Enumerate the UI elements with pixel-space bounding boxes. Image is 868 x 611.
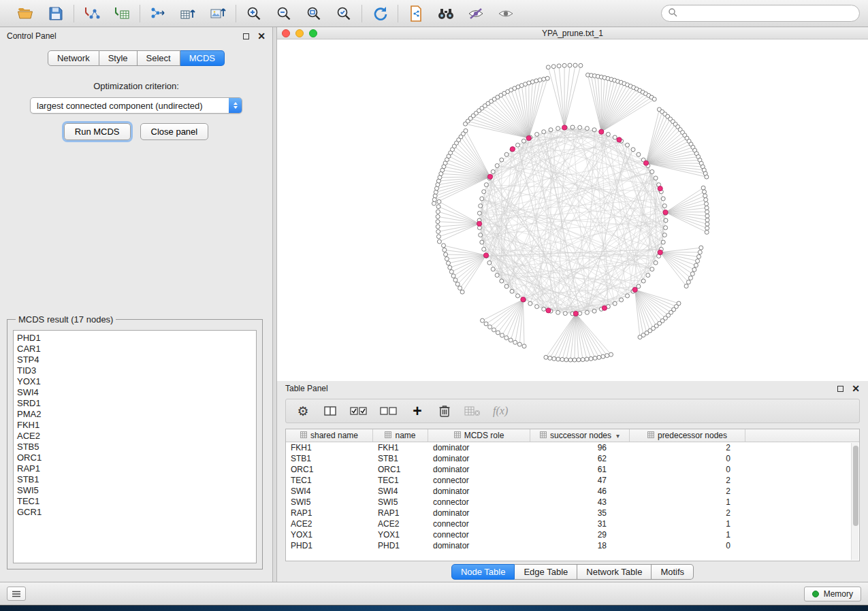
table-row[interactable]: STB1STB1dominator620	[286, 453, 859, 464]
mcds-result-item[interactable]: PHD1	[17, 333, 253, 344]
table-settings-icon[interactable]: ⚙	[295, 401, 310, 420]
zoom-out-icon[interactable]	[273, 3, 295, 24]
window-close-icon[interactable]	[282, 29, 290, 37]
table-cell[interactable]: dominator	[428, 465, 530, 474]
network-canvas[interactable]	[277, 39, 868, 381]
table-cell[interactable]: STB1	[286, 454, 373, 463]
table-cell[interactable]: RAP1	[286, 508, 373, 518]
export-network-icon[interactable]	[147, 3, 169, 24]
memory-button[interactable]: Memory	[804, 587, 861, 601]
add-row-icon[interactable]: +	[410, 401, 425, 420]
table-cell[interactable]: dominator	[428, 443, 530, 452]
table-cell[interactable]: 43	[530, 497, 630, 507]
close-panel-icon[interactable]: ✕	[257, 33, 266, 39]
zoom-in-icon[interactable]	[243, 3, 265, 24]
filter-nodes-icon[interactable]	[465, 3, 487, 24]
table-row[interactable]: TEC1TEC1connector472	[286, 475, 859, 486]
save-icon[interactable]	[45, 3, 67, 24]
deselect-all-icon[interactable]	[380, 401, 398, 420]
column-header-predecessor-nodes[interactable]: predecessor nodes	[630, 429, 745, 442]
sort-icon[interactable]	[300, 431, 307, 440]
table-cell[interactable]: PHD1	[373, 541, 428, 550]
table-cell[interactable]: 18	[530, 541, 630, 550]
column-header-mcds-role[interactable]: MCDS role	[428, 429, 530, 442]
table-cell[interactable]: 0	[630, 454, 745, 463]
mcds-result-item[interactable]: RAP1	[17, 463, 253, 474]
table-cell[interactable]: SWI5	[286, 497, 373, 507]
column-header-name[interactable]: name	[373, 429, 428, 442]
table-float-icon[interactable]	[837, 386, 843, 392]
mcds-result-item[interactable]: CAR1	[17, 344, 253, 354]
window-maximize-icon[interactable]	[309, 29, 317, 37]
table-cell[interactable]: dominator	[428, 486, 530, 496]
column-header-shared-name[interactable]: shared name	[286, 429, 373, 442]
table-cell[interactable]: 96	[530, 443, 630, 452]
mcds-result-item[interactable]: STP4	[17, 354, 253, 365]
search-network-icon[interactable]	[435, 3, 457, 24]
table-row[interactable]: PHD1PHD1dominator180	[286, 540, 859, 551]
dropdown-stepper-icon[interactable]	[229, 98, 242, 113]
table-cell[interactable]: 62	[530, 454, 630, 463]
sort-icon[interactable]	[647, 431, 654, 440]
mcds-result-item[interactable]: SWI5	[17, 485, 253, 496]
tab-network-table[interactable]: Network Table	[577, 564, 652, 580]
table-cell[interactable]: connector	[428, 530, 530, 540]
table-cell[interactable]: TEC1	[286, 476, 373, 485]
table-cell[interactable]: RAP1	[373, 508, 428, 518]
window-minimize-icon[interactable]	[295, 29, 304, 37]
table-cell[interactable]: 0	[630, 541, 745, 550]
table-cell[interactable]: dominator	[428, 508, 530, 518]
table-cell[interactable]: dominator	[428, 541, 530, 550]
table-cell[interactable]: ORC1	[286, 465, 373, 474]
table-cell[interactable]: 2	[630, 476, 745, 485]
table-cell[interactable]: TEC1	[373, 476, 428, 485]
zoom-selected-icon[interactable]	[333, 3, 355, 24]
table-row[interactable]: ACE2ACE2connector311	[286, 518, 859, 529]
split-panel-icon[interactable]	[323, 401, 338, 420]
mcds-result-item[interactable]: ACE2	[17, 431, 253, 442]
table-cell[interactable]: 1	[630, 497, 745, 507]
export-image-icon[interactable]	[207, 3, 229, 24]
search-input[interactable]	[681, 9, 853, 18]
function-builder-icon[interactable]: f(x)	[493, 401, 508, 420]
sort-icon[interactable]	[540, 431, 547, 440]
table-cell[interactable]: connector	[428, 497, 530, 507]
table-cell[interactable]: PHD1	[286, 541, 373, 550]
table-cell[interactable]: 31	[530, 519, 630, 529]
table-cell[interactable]: ACE2	[286, 519, 373, 529]
mcds-result-item[interactable]: TID3	[17, 365, 253, 376]
table-cell[interactable]: ACE2	[373, 519, 428, 529]
table-cell[interactable]: 1	[630, 530, 745, 540]
run-mcds-button[interactable]: Run MCDS	[64, 123, 131, 140]
select-all-icon[interactable]	[350, 401, 368, 420]
tab-motifs[interactable]: Motifs	[652, 564, 694, 580]
tab-network[interactable]: Network	[48, 50, 99, 66]
mcds-result-item[interactable]: STB1	[17, 474, 253, 485]
float-panel-icon[interactable]	[243, 33, 249, 39]
table-cell[interactable]: 61	[530, 465, 630, 474]
mcds-result-item[interactable]: STB5	[17, 442, 253, 452]
criterion-dropdown[interactable]: largest connected component (undirected)	[30, 97, 242, 114]
table-cell[interactable]: 46	[530, 486, 630, 496]
table-cell[interactable]: 2	[630, 508, 745, 518]
table-cell[interactable]: ORC1	[373, 465, 428, 474]
table-cell[interactable]: 47	[530, 476, 630, 485]
column-header-successor-nodes[interactable]: successor nodes▾	[530, 429, 630, 442]
table-row[interactable]: RAP1RAP1dominator352	[286, 508, 859, 518]
mcds-result-item[interactable]: TEC1	[17, 496, 253, 507]
table-cell[interactable]: connector	[428, 476, 530, 485]
panel-menu-button[interactable]	[7, 587, 26, 601]
sort-icon[interactable]	[385, 431, 391, 440]
import-network-icon[interactable]	[81, 3, 103, 24]
table-cell[interactable]: 1	[630, 519, 745, 529]
mcds-result-list[interactable]: PHD1CAR1STP4TID3YOX1SWI4SRD1PMA2FKH1ACE2…	[13, 330, 257, 563]
network-graph[interactable]	[277, 39, 868, 381]
zoom-fit-icon[interactable]	[303, 3, 325, 24]
table-row[interactable]: ORC1ORC1dominator610	[286, 464, 859, 475]
mcds-result-item[interactable]: YOX1	[17, 376, 253, 387]
scrollbar-thumb[interactable]	[853, 446, 858, 526]
mcds-result-item[interactable]: SWI4	[17, 387, 253, 398]
table-row[interactable]: SWI4SWI4dominator462	[286, 486, 859, 497]
delete-row-icon[interactable]	[437, 401, 452, 420]
mcds-result-item[interactable]: GCR1	[17, 507, 253, 518]
